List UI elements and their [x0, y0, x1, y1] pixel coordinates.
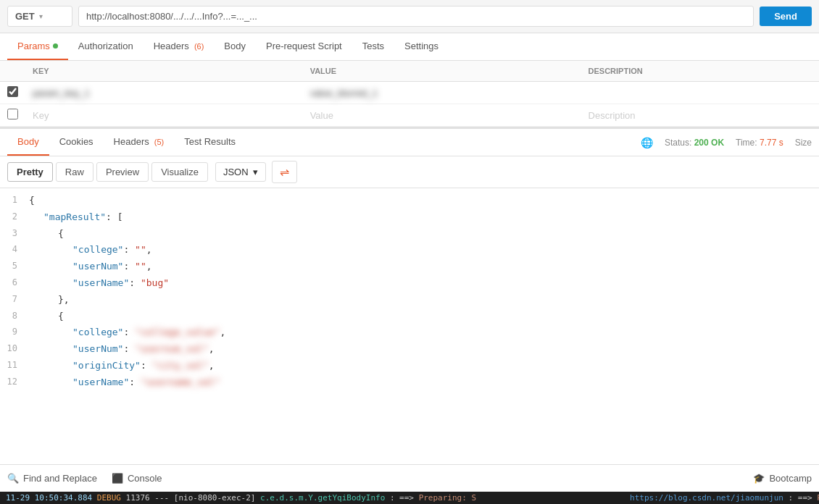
param-key-1[interactable]: param_key_1 — [25, 82, 303, 104]
log-line-1-sep: --- — [154, 493, 174, 503]
log-line-1-arrow: : ==> — [390, 493, 419, 503]
view-preview-button[interactable]: Preview — [96, 162, 149, 182]
send-button[interactable]: Send — [760, 7, 812, 26]
status-label: Status: 200 OK — [665, 138, 724, 148]
format-label: JSON — [223, 167, 249, 177]
json-line-6: 6 "userName": "bug" — [0, 275, 819, 292]
json-line-9: 9 "college": "college_value", — [0, 324, 819, 341]
param-checkbox-2[interactable] — [7, 109, 18, 119]
wrap-icon: ⇌ — [280, 165, 289, 179]
table-row: Key Value Description — [0, 104, 819, 127]
param-key-blurred: param_key_1 — [33, 88, 90, 98]
url-bar-container: GET ▾ http://localhost:8080/.../.../...I… — [0, 0, 819, 33]
value-placeholder: Value — [310, 110, 333, 121]
size-label: Size — [795, 138, 812, 148]
json-viewer: 1 { 2 "mapResult": [ 3 { 4 "college": ""… — [0, 188, 819, 464]
param-desc-empty[interactable]: Description — [581, 104, 819, 127]
resp-tab-body[interactable]: Body — [7, 129, 49, 156]
param-value-blurred: value_blurred_1 — [310, 88, 388, 98]
log-arrow-2: : ==> — [789, 493, 818, 503]
log-line-1-time: 11-29 10:50:34.884 — [6, 493, 92, 503]
param-value-1[interactable]: value_blurred_1 — [303, 82, 581, 104]
param-desc-1[interactable] — [581, 82, 819, 104]
method-label: GET — [15, 11, 35, 22]
param-checkbox-1[interactable] — [7, 86, 18, 97]
key-placeholder: Key — [33, 110, 49, 121]
log-line-1-msg: Preparing: S — [419, 493, 476, 503]
params-dot-badge — [53, 43, 58, 49]
log-line-1-exec: [nio-8080-exec-2] — [174, 493, 260, 503]
view-raw-button[interactable]: Raw — [56, 162, 93, 182]
time-label: Time: 7.77 s — [736, 138, 783, 148]
chevron-down-icon: ▾ — [39, 12, 43, 20]
status-bar-url: https://blog.csdn.net/jiaomunjun — [630, 493, 783, 503]
json-line-1: 1 { — [0, 193, 819, 209]
json-line-5: 5 "userNum": "", — [0, 259, 819, 275]
resp-headers-count: (5) — [152, 138, 165, 146]
view-visualize-button[interactable]: Visualize — [151, 162, 208, 182]
json-line-10: 10 "userNum": "usernum_val", — [0, 341, 819, 358]
tab-tests[interactable]: Tests — [352, 33, 394, 60]
bottom-left: 🔍 Find and Replace ⬛ Console — [7, 473, 162, 484]
param-key-empty[interactable]: Key — [25, 104, 303, 127]
search-icon: 🔍 — [7, 473, 19, 484]
response-section: Body Cookies Headers (5) Test Results 🌐 … — [0, 127, 819, 464]
json-line-7: 7 }, — [0, 292, 819, 308]
wrap-button[interactable]: ⇌ — [272, 161, 297, 183]
console-log-bar: 11-29 10:50:34.884 DEBUG 11376 --- [nio-… — [0, 492, 819, 504]
console-button[interactable]: ⬛ Console — [112, 473, 162, 484]
params-section: KEY VALUE DESCRIPTION param_key_1 value_… — [0, 61, 819, 127]
tab-authorization[interactable]: Authorization — [68, 33, 144, 60]
method-selector[interactable]: GET ▾ — [7, 6, 72, 27]
response-status-area: 🌐 Status: 200 OK Time: 7.77 s Size — [641, 137, 812, 148]
bootcamp-icon: 🎓 — [753, 473, 765, 484]
col-header-key: KEY — [25, 61, 303, 82]
params-table: KEY VALUE DESCRIPTION param_key_1 value_… — [0, 61, 819, 127]
status-value: 200 OK — [694, 138, 724, 148]
resp-tab-headers[interactable]: Headers (5) — [104, 129, 175, 156]
response-header: Body Cookies Headers (5) Test Results 🌐 … — [0, 127, 819, 156]
col-header-desc: DESCRIPTION — [581, 61, 819, 82]
response-tabs: Body Cookies Headers (5) Test Results — [7, 129, 246, 156]
resp-tab-testresults[interactable]: Test Results — [174, 129, 246, 156]
tab-body[interactable]: Body — [214, 33, 256, 60]
json-line-3: 3 { — [0, 226, 819, 243]
json-line-12: 12 "userName": "username_val" — [0, 374, 819, 391]
resp-tab-cookies[interactable]: Cookies — [49, 129, 104, 156]
body-toolbar: Pretty Raw Preview Visualize JSON ▾ ⇌ — [0, 156, 819, 188]
desc-placeholder: Description — [589, 110, 636, 121]
param-value-empty[interactable]: Value — [303, 104, 581, 127]
console-icon: ⬛ — [112, 473, 123, 484]
bottom-bar: 🔍 Find and Replace ⬛ Console 🎓 Bootcamp — [0, 464, 819, 492]
view-pretty-button[interactable]: Pretty — [7, 162, 53, 182]
table-row: param_key_1 value_blurred_1 — [0, 82, 819, 104]
tab-headers[interactable]: Headers (6) — [144, 33, 215, 60]
find-replace-button[interactable]: 🔍 Find and Replace — [7, 473, 97, 484]
json-line-4: 4 "college": "", — [0, 242, 819, 259]
tab-params[interactable]: Params — [7, 33, 68, 60]
headers-count-badge: (6) — [192, 42, 204, 51]
json-line-8: 8 { — [0, 308, 819, 325]
log-line-1-level: DEBUG — [97, 493, 126, 503]
globe-icon: 🌐 — [641, 137, 653, 148]
format-chevron-icon: ▾ — [253, 167, 258, 177]
col-header-value: VALUE — [303, 61, 581, 82]
json-line-2: 2 "mapResult": [ — [0, 209, 819, 226]
tab-prerequest[interactable]: Pre-request Script — [256, 33, 352, 60]
tab-settings[interactable]: Settings — [394, 33, 449, 60]
json-line-11: 11 "originCity": "city_val", — [0, 358, 819, 374]
bootcamp-button[interactable]: 🎓 Bootcamp — [753, 473, 812, 484]
format-selector[interactable]: JSON ▾ — [215, 162, 266, 182]
request-tabs: Params Authorization Headers (6) Body Pr… — [0, 33, 819, 61]
log-line-1-method: c.e.d.s.m.Y.getYqiBodyInfo — [260, 493, 385, 503]
url-input[interactable]: http://localhost:8080/.../.../...Info?..… — [78, 6, 754, 27]
log-line-1-thread: 11376 — [126, 493, 155, 503]
time-value: 7.77 s — [760, 138, 783, 148]
